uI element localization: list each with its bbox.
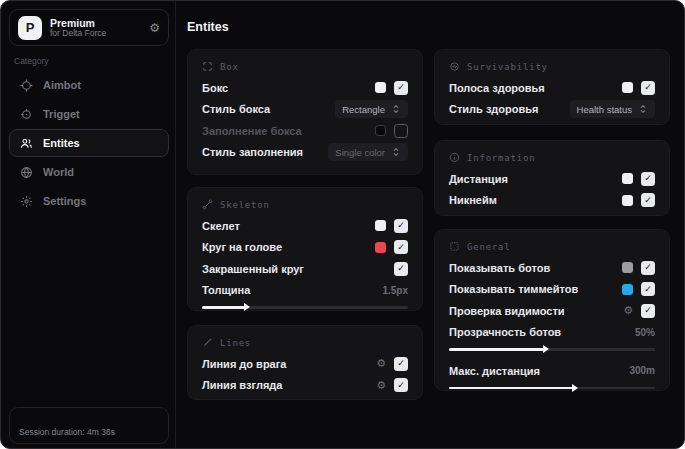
slider-value: 300m (629, 365, 655, 376)
session-box: Session duration: 4m 36s (9, 407, 169, 444)
checkbox[interactable]: ✓ (641, 193, 655, 207)
check-icon: ✓ (644, 196, 652, 205)
grid-icon (449, 241, 460, 252)
slider-fill (449, 348, 544, 351)
brand-card: P Premium for Delta Force ⚙ (9, 9, 169, 46)
gear-icon[interactable]: ⚙ (623, 305, 633, 316)
setting-label: Проверка видимости (449, 305, 565, 317)
dropdown-health-style[interactable]: Health status (570, 100, 655, 118)
checkbox[interactable]: ✓ (641, 81, 655, 95)
color-swatch[interactable] (622, 284, 633, 295)
checkbox[interactable]: ✓ (641, 172, 655, 186)
entities-icon (20, 137, 33, 150)
bot-opacity-slider[interactable] (449, 344, 655, 354)
panel-general: General Показывать ботов ✓ Показывать ти… (434, 229, 670, 391)
checkbox[interactable]: ✓ (394, 219, 408, 233)
panel-title: Information (467, 153, 535, 163)
color-swatch[interactable] (375, 82, 386, 93)
checkbox[interactable]: ✓ (394, 240, 408, 254)
sidebar-item-entites[interactable]: Entites (9, 129, 169, 157)
sidebar-item-label: Entites (43, 137, 80, 149)
setting-label: Никнейм (449, 194, 497, 206)
session-duration: Session duration: 4m 36s (19, 427, 115, 437)
color-swatch[interactable] (622, 173, 633, 184)
chevrons-up-down-icon (391, 147, 401, 157)
slider-thumb[interactable] (244, 303, 250, 311)
setting-row: Полоса здоровья ✓ (449, 77, 655, 99)
sidebar-item-aimbot[interactable]: Aimbot (9, 71, 169, 99)
thickness-slider[interactable] (202, 302, 408, 312)
info-icon (449, 152, 460, 163)
checkbox[interactable]: ✓ (641, 304, 655, 318)
setting-label: Заполнение бокса (202, 125, 302, 137)
scan-box-icon (202, 61, 213, 72)
setting-label: Дистанция (449, 173, 508, 185)
color-swatch[interactable] (622, 262, 633, 273)
bone-icon (202, 199, 213, 210)
dropdown-value: Rectangle (342, 104, 385, 115)
setting-row: Никнейм ✓ (449, 190, 655, 212)
checkbox[interactable]: ✓ (394, 81, 408, 95)
setting-row: Показывать ботов ✓ (449, 257, 655, 279)
color-swatch[interactable] (622, 82, 633, 93)
row-controls: ✓ (375, 240, 408, 254)
setting-row: Бокс ✓ (202, 77, 408, 99)
setting-row: Линия взгляда ⚙ ✓ (202, 375, 408, 397)
panel-header: Box (202, 59, 408, 74)
category-label: Category (14, 56, 49, 66)
setting-row: Линия до врага ⚙ ✓ (202, 353, 408, 375)
sidebar-item-settings[interactable]: Settings (9, 187, 169, 215)
gear-icon[interactable]: ⚙ (149, 21, 160, 35)
setting-row: Показывать тиммейтов ✓ (449, 279, 655, 301)
row-controls: ✓ (375, 219, 408, 233)
gear-icon[interactable]: ⚙ (376, 358, 386, 369)
max-distance-slider[interactable] (449, 383, 655, 393)
setting-row: Заполнение бокса (202, 120, 408, 142)
sidebar-item-trigget[interactable]: Trigget (9, 100, 169, 128)
slider-value: 50% (635, 327, 655, 338)
checkbox[interactable]: ✓ (394, 357, 408, 371)
slider-thumb[interactable] (572, 384, 578, 392)
setting-row: Скелет ✓ (202, 215, 408, 237)
brand-title: Premium (50, 17, 141, 29)
check-icon: ✓ (397, 243, 405, 252)
checkbox[interactable]: ✓ (394, 378, 408, 392)
slider-thumb[interactable] (543, 345, 549, 353)
setting-label: Макс. дистанция (449, 365, 540, 377)
checkbox[interactable]: ✓ (641, 282, 655, 296)
globe-icon (20, 166, 33, 179)
checkbox[interactable]: ✓ (394, 262, 408, 276)
setting-label: Стиль здоровья (449, 103, 538, 115)
panel-lines: Lines Линия до врага ⚙ ✓ Линия взгляда ⚙… (187, 325, 423, 400)
check-icon: ✓ (397, 264, 405, 273)
checkbox[interactable] (394, 124, 408, 138)
setting-label: Закрашенный круг (202, 263, 304, 275)
trigger-icon (20, 108, 33, 121)
check-icon: ✓ (644, 263, 652, 272)
dropdown-box-style[interactable]: Rectangle (335, 100, 408, 118)
sidebar-item-label: Trigget (43, 108, 80, 120)
dropdown-fill-style[interactable]: Single color (328, 143, 408, 161)
check-icon: ✓ (397, 381, 405, 390)
check-icon: ✓ (397, 83, 405, 92)
setting-row: Стиль здоровья Health status (449, 99, 655, 121)
gear-icon (20, 195, 33, 208)
setting-label: Скелет (202, 220, 240, 232)
checkbox[interactable]: ✓ (641, 261, 655, 275)
gear-icon[interactable]: ⚙ (376, 380, 386, 391)
row-controls: ✓ (375, 81, 408, 95)
app-logo: P (18, 16, 42, 40)
sidebar-nav: Aimbot Trigget Entites World Settings (9, 71, 169, 215)
setting-label: Прозрачность ботов (449, 326, 561, 338)
color-swatch[interactable] (375, 220, 386, 231)
sidebar-item-world[interactable]: World (9, 158, 169, 186)
color-swatch[interactable] (375, 242, 386, 253)
check-icon: ✓ (397, 221, 405, 230)
panel-title: General (467, 242, 511, 252)
color-swatch[interactable] (375, 125, 386, 136)
check-icon: ✓ (644, 306, 652, 315)
color-swatch[interactable] (622, 195, 633, 206)
setting-label: Линия до врага (202, 358, 286, 370)
panel-header: Skeleton (202, 197, 408, 212)
row-controls: ✓ (622, 282, 655, 296)
